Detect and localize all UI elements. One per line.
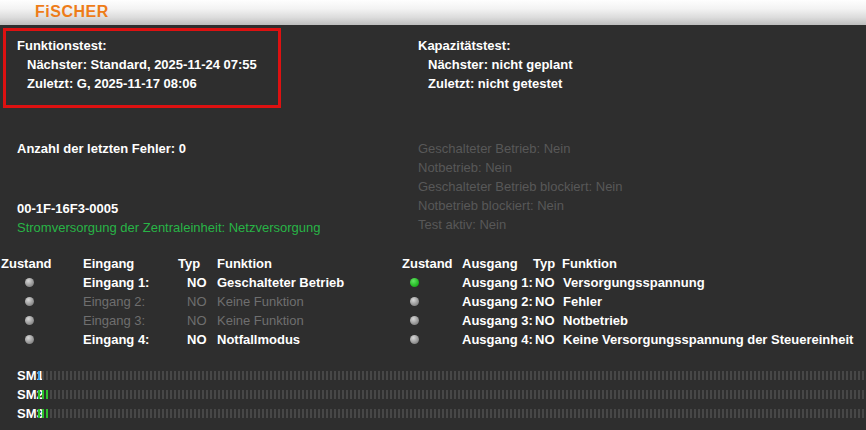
outputs-header-function: Funktion — [562, 254, 617, 273]
kapazitaetstest-block: Kapazitätstest: Nächster: nicht geplant … — [418, 36, 572, 93]
error-count: Anzahl der letzten Fehler: 0 — [17, 139, 186, 158]
output-function: Versorgungsspannung — [563, 273, 705, 292]
status-flag: Geschalteter Betrieb: Nein — [418, 139, 622, 158]
funktionstest-block: Funktionstest: Nächster: Standard, 2025-… — [17, 36, 257, 93]
output-function: Notbetrieb — [563, 311, 628, 330]
output-row: Ausgang 4:NOKeine Versorgungsspannung de… — [0, 330, 866, 349]
kapazitaetstest-last: Zuletzt: nicht getestet — [418, 74, 572, 93]
output-row: Ausgang 2:NOFehler — [0, 292, 866, 311]
status-flag: Geschalteter Betrieb blockiert: Nein — [418, 177, 622, 196]
led-strip — [38, 371, 866, 380]
output-type: NO — [535, 292, 555, 311]
active-tick — [38, 409, 40, 418]
output-type: NO — [535, 330, 555, 349]
outputs-header-name: Ausgang — [462, 254, 518, 273]
output-function: Fehler — [563, 292, 602, 311]
output-label: Ausgang 2: — [462, 292, 533, 311]
status-flag: Test aktiv: Nein — [418, 215, 622, 234]
status-flags-block: Geschalteter Betrieb: NeinNotbetrieb: Ne… — [418, 139, 622, 234]
output-row: Ausgang 1:NOVersorgungsspannung — [0, 273, 866, 292]
active-tick — [38, 371, 40, 380]
active-tick — [46, 409, 48, 418]
kapazitaetstest-next: Nächster: nicht geplant — [418, 55, 572, 74]
sm-module-row: SM1 — [0, 369, 866, 382]
led-gray-icon — [410, 297, 419, 306]
funktionstest-title: Funktionstest: — [17, 36, 257, 55]
device-block: 00-1F-16F3-0005 Stromversorgung der Zent… — [17, 199, 320, 237]
funktionstest-last: Zuletzt: G, 2025-11-17 08:06 — [17, 74, 257, 93]
output-label: Ausgang 1: — [462, 273, 533, 292]
device-id: 00-1F-16F3-0005 — [17, 199, 320, 218]
outputs-header-state: Zustand — [402, 254, 453, 273]
power-status: Stromversorgung der Zentraleinheit: Netz… — [17, 218, 320, 237]
status-page: FiSCHER Funktionstest: Nächster: Standar… — [0, 0, 866, 430]
active-tick — [42, 390, 44, 399]
outputs-table: Zustand Ausgang Typ Funktion Ausgang 1:N… — [0, 254, 866, 350]
fischer-logo: FiSCHER — [35, 3, 109, 21]
active-tick — [42, 409, 44, 418]
led-green-icon — [410, 278, 419, 287]
active-tick — [38, 390, 40, 399]
led-gray-icon — [410, 335, 419, 344]
sm-module-row: SM3 — [0, 407, 866, 420]
funktionstest-next: Nächster: Standard, 2025-11-24 07:55 — [17, 55, 257, 74]
output-row: Ausgang 3:NONotbetrieb — [0, 311, 866, 330]
output-function: Keine Versorgungsspannung der Steuereinh… — [563, 330, 853, 349]
sm-modules-block: SM1SM2SM3 — [0, 369, 866, 424]
output-type: NO — [535, 273, 555, 292]
led-strip — [38, 390, 866, 399]
output-label: Ausgang 3: — [462, 311, 533, 330]
kapazitaetstest-title: Kapazitätstest: — [418, 36, 572, 55]
status-flag: Notbetrieb: Nein — [418, 158, 622, 177]
top-header-bar: FiSCHER — [0, 0, 866, 25]
status-flag: Notbetrieb blockiert: Nein — [418, 196, 622, 215]
output-type: NO — [535, 311, 555, 330]
outputs-header-type: Typ — [533, 254, 555, 273]
led-strip — [38, 409, 866, 418]
led-gray-icon — [410, 316, 419, 325]
active-tick — [46, 390, 48, 399]
sm-module-row: SM2 — [0, 388, 866, 401]
output-label: Ausgang 4: — [462, 330, 533, 349]
